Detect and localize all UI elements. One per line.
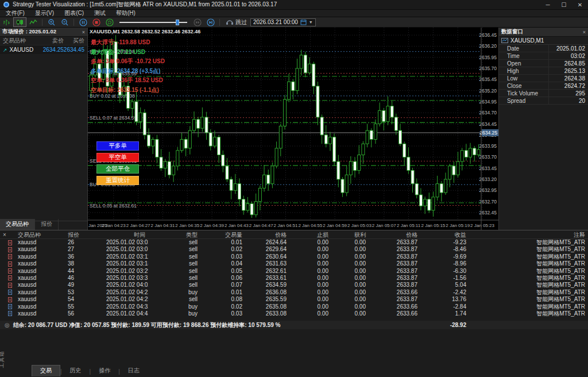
market-watch-tab-报价[interactable]: 报价 xyxy=(35,219,59,230)
app-icon xyxy=(3,2,9,7)
table-row[interactable]: xauusd272025.01.02 03:07:...sell0.022629… xyxy=(0,246,588,253)
speed-slider[interactable] xyxy=(119,20,187,25)
cell: 2635.59 xyxy=(245,296,289,303)
menu-bar: 文件(F)显示(V)图表(C)测试帮助(H) xyxy=(0,10,588,17)
ea-button-1[interactable]: 平空单 xyxy=(96,153,139,162)
menu-item-1[interactable]: 显示(V) xyxy=(35,9,54,17)
slider-thumb[interactable] xyxy=(176,20,179,25)
toolbar: 跳过 2026.03.21 00:00 ▼ xyxy=(0,17,588,28)
table-row[interactable]: xauusd492025.01.02 04:02:...sell0.072634… xyxy=(0,282,588,288)
table-row[interactable]: xauusd552025.01.02 04:32:...buy0.022635.… xyxy=(0,303,588,310)
cell: sell xyxy=(148,239,200,246)
chart-area[interactable]: 2 Jan 20252 Jan 04:232 Jan 04:272 Jan 04… xyxy=(88,28,498,230)
restart-icon[interactable] xyxy=(103,18,115,26)
menu-item-3[interactable]: 测试 xyxy=(94,9,106,17)
skip-icon[interactable] xyxy=(226,19,234,25)
field-value: 295 xyxy=(548,90,588,97)
cell: 0.01 xyxy=(200,239,245,246)
svg-text:2635.95: 2635.95 xyxy=(479,55,497,60)
table-row[interactable]: xauusd532025.01.02 04:22:...buy0.012636.… xyxy=(0,289,588,296)
cell: buy xyxy=(148,310,200,317)
cell: 2633.61 xyxy=(245,275,289,282)
cell: 0.00 xyxy=(289,289,331,296)
ea-info-overlay: 最大浮亏: -119.88 USD最大浮盈: 27.21 USD多单: 3单 0… xyxy=(91,38,165,95)
cell: 2025.01.02 04:02:... xyxy=(103,282,148,288)
bar-chart-icon[interactable] xyxy=(1,18,13,26)
cell: 27 xyxy=(65,246,103,253)
bid-price: 2634.25 xyxy=(38,47,64,53)
cell: 智能网格MT5_ATR xyxy=(469,296,588,303)
cell: 2025.01.02 04:22:... xyxy=(103,289,148,296)
table-row[interactable]: xauusd462025.01.02 03:31:...sell0.062633… xyxy=(0,275,588,282)
cell: 2025.01.02 04:43:... xyxy=(103,310,148,317)
svg-text:2 Jan 04:59: 2 Jan 04:59 xyxy=(323,223,347,228)
ea-button-2[interactable]: 全部平仓 xyxy=(96,164,139,174)
sell-order-icon xyxy=(8,247,12,252)
ea-button-3[interactable]: 重置统计 xyxy=(96,176,139,185)
svg-text:2 Jan 04:47: 2 Jan 04:47 xyxy=(249,223,273,228)
col-ask: 买价 xyxy=(64,37,84,45)
cell: 2633.87 xyxy=(369,246,420,253)
table-row[interactable]: xauusd542025.01.02 04:25:...sell0.082635… xyxy=(0,296,588,303)
data-window-symbol-row: XAUUSD,M1 xyxy=(499,37,588,45)
candlestick-chart-icon[interactable] xyxy=(14,18,26,26)
calendar-icon[interactable] xyxy=(300,19,307,25)
field-value: 2625.13 xyxy=(548,67,588,74)
cell: 0.00 xyxy=(289,303,331,310)
table-row[interactable]: xauusd262025.01.02 03:02:...sell0.012624… xyxy=(0,239,588,246)
cell: 0.00 xyxy=(331,239,369,246)
line-chart-icon[interactable] xyxy=(27,18,39,26)
market-watch-tabs: 交易品种报价 xyxy=(0,221,87,230)
svg-text:2 Jan 04:55: 2 Jan 04:55 xyxy=(298,223,322,228)
market-watch-tab-交易品种[interactable]: 交易品种 xyxy=(0,219,35,230)
field-label: Tick Volume xyxy=(499,90,548,97)
market-watch-close-icon[interactable]: × xyxy=(82,29,85,35)
cell: xauusd xyxy=(15,268,65,275)
cell: 智能网格MT5_ATR xyxy=(469,246,588,253)
close-button[interactable]: ✕ xyxy=(572,0,588,9)
cell: 2025.01.02 03:02:... xyxy=(103,239,148,246)
data-window-close-icon[interactable]: × xyxy=(583,29,586,35)
menu-item-0[interactable]: 文件(F) xyxy=(6,9,25,17)
skip-to-end-icon[interactable] xyxy=(204,18,216,26)
cell: 0.07 xyxy=(200,282,245,288)
orders-table-header: ×交易品种报价时间类型交易量价格止损获利价格收益注释 xyxy=(0,230,588,239)
maximize-button[interactable]: ☐ xyxy=(556,0,572,9)
zoom-out-icon[interactable] xyxy=(59,18,71,26)
table-row[interactable]: xauusd562025.01.02 04:43:...buy0.032633.… xyxy=(0,310,588,317)
cell: -8.46 xyxy=(420,246,469,253)
table-row[interactable]: xauusd382025.01.02 03:18:...sell0.042631… xyxy=(0,260,588,267)
orders-close-icon[interactable]: × xyxy=(0,230,15,239)
table-row[interactable]: xauusd442025.01.02 03:29:...sell0.052632… xyxy=(0,268,588,275)
ea-button-0[interactable]: 平多单 xyxy=(96,141,139,151)
cell: xauusd xyxy=(15,310,65,317)
table-row[interactable]: xauusd362025.01.02 03:11:...sell0.032630… xyxy=(0,253,588,260)
date-value[interactable]: 2026.03.21 00:00 xyxy=(253,19,298,25)
menu-item-4[interactable]: 帮助(H) xyxy=(116,9,136,17)
toolbox-tab-操作[interactable]: 操作 xyxy=(91,366,118,376)
cell: 0.00 xyxy=(289,275,331,282)
cell: -2.84 xyxy=(420,303,469,310)
date-picker[interactable]: 2026.03.21 00:00 ▼ xyxy=(250,18,316,26)
toolbox-tab-日志[interactable]: 日志 xyxy=(120,366,148,376)
menu-item-2[interactable]: 图表(C) xyxy=(64,9,84,17)
toolbox-tab-交易[interactable]: 交易 xyxy=(32,365,60,376)
market-watch-row-xauusd[interactable]: ↗XAUUSD 2634.25 2634.45 xyxy=(0,45,87,54)
cell: 0.00 xyxy=(331,303,369,310)
cell: 0.08 xyxy=(200,296,245,303)
toolbox-tab-历史[interactable]: 历史 xyxy=(62,366,90,376)
cell: 0.00 xyxy=(331,253,369,260)
data-window-field: Tick Volume295 xyxy=(499,90,588,97)
cell: xauusd xyxy=(15,239,65,246)
cell: 2633.87 xyxy=(369,260,420,267)
field-label: Time xyxy=(499,52,548,59)
stop-icon[interactable] xyxy=(90,18,102,26)
zoom-in-icon[interactable] xyxy=(45,18,57,26)
cell: -9.23 xyxy=(420,239,469,246)
skip-label[interactable]: 跳过 xyxy=(235,18,247,26)
pause-icon[interactable] xyxy=(77,18,89,26)
minimize-button[interactable]: ─ xyxy=(540,0,556,9)
cell: 0.02 xyxy=(200,246,245,253)
cell: 0.03 xyxy=(200,310,245,317)
chevron-down-icon[interactable]: ▼ xyxy=(309,20,313,24)
